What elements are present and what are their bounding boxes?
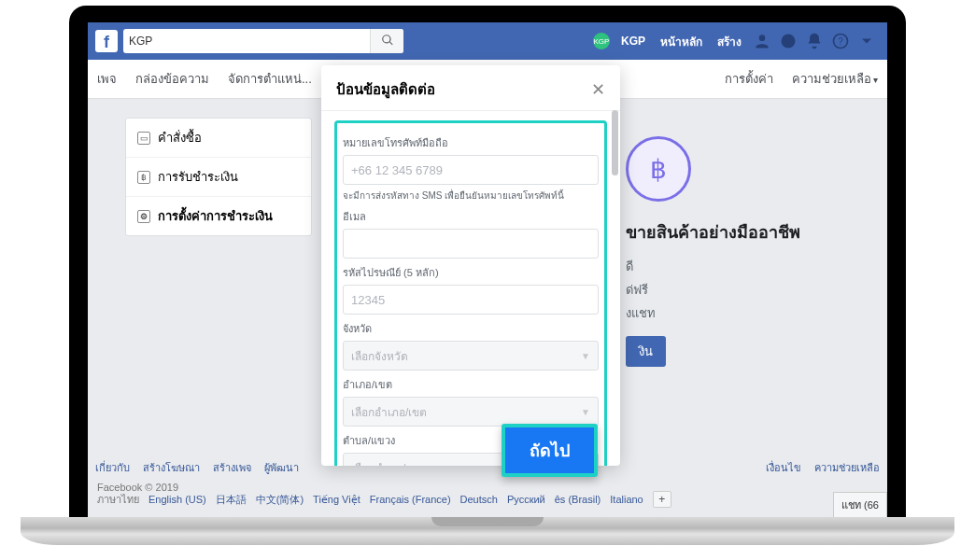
settings-sidebar: ▭ คำสั่งซื้อ ฿ การรับชำระเงิน ⚙ การตั้งค… [125,118,312,236]
modal-title: ป้อนข้อมูลติดต่อ [336,78,591,101]
help-icon[interactable]: ? [831,32,850,50]
currency-circle-icon: ฿ [626,136,691,202]
promo-title: ขายสินค้าอย่างมืออาชีพ [626,218,859,245]
lang-link[interactable]: Italiano [610,494,643,505]
lang-current: ภาษาไทย [97,491,139,508]
laptop-notch [431,517,544,526]
subnav-settings[interactable]: การตั้งค่า [725,69,773,89]
search-input[interactable] [129,35,370,48]
lang-link[interactable]: ês (Brasil) [555,494,601,505]
user-name[interactable]: KGP [621,35,645,48]
lang-link[interactable]: Deutsch [460,494,498,505]
province-select[interactable]: เลือกจังหวัด ▼ [343,341,599,371]
scrollbar-thumb[interactable] [612,110,618,175]
footer-create-page[interactable]: สร้างเพจ [213,459,251,476]
baht-icon: ฿ [137,171,150,184]
chevron-down-icon: ▼ [581,351,590,361]
facebook-logo[interactable]: f [95,30,118,52]
chevron-down-icon: ▾ [873,75,878,85]
top-header: f KGP KGP หน้าหลัก สร้าง ? [88,22,887,60]
sidebar-item-payments[interactable]: ฿ การรับชำระเงิน [126,158,311,197]
promo-line: ดี [626,257,859,276]
subnav-page[interactable]: เพจ [97,69,117,89]
search-button[interactable] [370,29,403,53]
modal-scrollbar[interactable] [612,110,618,390]
svg-point-0 [782,35,796,49]
lang-link[interactable]: Русский [507,494,545,505]
district-select[interactable]: เลือกอำเภอ/เขต ▼ [343,397,599,427]
bell-icon[interactable] [805,32,824,50]
sidebar-item-label: การตั้งค่าการชำระเงิน [158,206,273,226]
promo-line: งแชท [626,303,859,323]
nav-create[interactable]: สร้าง [717,33,742,50]
chevron-down-icon: ▼ [581,407,590,417]
lang-link[interactable]: English (US) [148,494,206,505]
email-label: อีเมล [343,208,599,225]
subnav-inbox[interactable]: กล่องข้อความ [135,69,209,89]
sidebar-item-payment-settings[interactable]: ⚙ การตั้งค่าการชำระเงิน [126,197,311,235]
sidebar-item-label: คำสั่งซื้อ [158,128,202,147]
close-icon[interactable]: ✕ [591,79,605,100]
lang-more-button[interactable]: + [653,491,671,508]
postal-label: รหัสไปรษณีย์ (5 หลัก) [343,264,599,281]
lang-link[interactable]: Tiếng Việt [313,494,360,506]
contact-info-modal: ป้อนข้อมูลติดต่อ ✕ หมายเลขโทรศัพท์มือถือ… [321,65,620,466]
form-highlight-box: หมายเลขโทรศัพท์มือถือ จะมีการส่งรหัสทาง … [334,120,607,466]
lang-link[interactable]: 中文(简体) [256,493,304,507]
phone-input[interactable] [343,155,599,185]
district-label: อำเภอ/เขต [343,376,599,393]
footer-create-ad[interactable]: สร้างโฆษณา [143,459,200,476]
screen: f KGP KGP หน้าหลัก สร้าง ? เพจ [88,22,887,517]
messenger-icon[interactable] [779,32,798,50]
orders-icon: ▭ [137,132,150,145]
subnav-positions[interactable]: จัดการตำแหน่... [228,69,312,89]
phone-hint: จะมีการส่งรหัสทาง SMS เพื่อยืนยันหมายเลข… [343,189,599,203]
chevron-down-icon[interactable] [857,32,876,50]
promo-button[interactable]: งิน [626,336,666,367]
lang-link[interactable]: Français (France) [370,494,451,505]
lang-link[interactable]: 日本語 [216,493,247,507]
svg-text:?: ? [838,36,843,47]
friends-icon[interactable] [753,32,771,50]
postal-input[interactable] [343,285,599,315]
search-box[interactable] [123,29,403,53]
footer-developers[interactable]: ผู้พัฒนา [264,459,299,476]
search-icon [381,34,394,49]
email-input[interactable] [343,229,599,259]
footer-help[interactable]: ความช่วยเหลือ [814,459,880,476]
user-avatar-badge[interactable]: KGP [593,33,610,49]
sidebar-item-orders[interactable]: ▭ คำสั่งซื้อ [126,119,311,158]
nav-home[interactable]: หน้าหลัก [660,33,702,50]
laptop-frame: f KGP KGP หน้าหลัก สร้าง ? เพจ [69,6,906,517]
promo-line: ด่ฟรี [626,280,859,300]
language-bar: ภาษาไทย English (US) 日本語 中文(简体) Tiếng Vi… [97,491,803,508]
footer-about[interactable]: เกี่ยวกับ [95,459,130,476]
gear-icon: ⚙ [137,210,150,223]
province-label: จังหวัด [343,320,599,337]
phone-label: หมายเลขโทรศัพท์มือถือ [343,134,599,151]
subnav-help[interactable]: ความช่วยเหลือ▾ [792,69,878,89]
promo-panel: ฿ ขายสินค้าอย่างมืออาชีพ ดี ด่ฟรี งแชท ง… [626,136,859,367]
sidebar-item-label: การรับชำระเงิน [158,167,238,187]
footer-terms[interactable]: เงื่อนไข [766,459,801,476]
chat-tab[interactable]: แชท (66 [833,492,887,517]
next-button[interactable]: ถัดไป [502,424,598,477]
